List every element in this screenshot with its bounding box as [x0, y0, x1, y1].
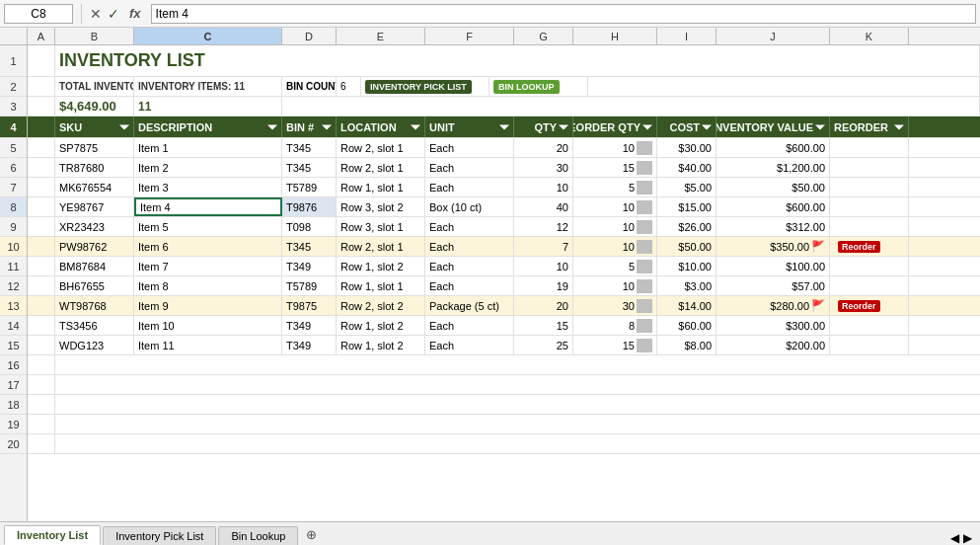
- cell-cost[interactable]: $3.00: [657, 276, 716, 295]
- confirm-icon[interactable]: ✓: [108, 6, 119, 22]
- col-header-g[interactable]: G: [514, 28, 573, 44]
- cell-bin[interactable]: T345: [282, 237, 337, 256]
- cell-qty[interactable]: 30: [514, 158, 573, 177]
- cell-bin[interactable]: T345: [282, 138, 337, 157]
- header-cost[interactable]: COST: [657, 117, 716, 137]
- cell-cost[interactable]: $26.00: [657, 217, 716, 236]
- cell-bin[interactable]: T349: [282, 257, 337, 275]
- col-header-d[interactable]: D: [282, 28, 337, 44]
- cell-reorder-qty[interactable]: 10: [573, 197, 657, 216]
- cell-unit[interactable]: Each: [425, 276, 514, 295]
- cell-cost[interactable]: $50.00: [657, 237, 716, 256]
- bin-lookup-button[interactable]: BIN LOOKUP: [493, 80, 560, 94]
- col-header-h[interactable]: H: [573, 28, 657, 44]
- filter-arrow-bin[interactable]: [322, 122, 332, 132]
- cell-unit[interactable]: Box (10 ct): [425, 197, 514, 216]
- cell-inv-value[interactable]: $600.00: [716, 197, 830, 216]
- header-bin[interactable]: BIN #: [282, 117, 337, 137]
- cell-inv-value[interactable]: $350.00 🚩: [716, 237, 830, 256]
- cell-reorder-qty[interactable]: 8: [573, 316, 657, 335]
- cell-reorder-qty[interactable]: 10: [573, 138, 657, 157]
- cell-location[interactable]: Row 2, slot 1: [337, 138, 425, 157]
- filter-arrow-inv-value[interactable]: [815, 122, 825, 132]
- cancel-icon[interactable]: ✕: [90, 6, 102, 22]
- cell-bin[interactable]: T345: [282, 158, 337, 177]
- header-qty[interactable]: QTY: [514, 117, 573, 137]
- cell-qty[interactable]: 15: [514, 316, 573, 335]
- add-sheet-button[interactable]: ⊕: [300, 524, 323, 545]
- cell-sku[interactable]: BH67655: [55, 276, 134, 295]
- col-header-b[interactable]: B: [55, 28, 134, 44]
- cell-inv-value[interactable]: $50.00: [716, 178, 830, 196]
- inventory-pick-list-button[interactable]: INVENTORY PICK LIST: [365, 80, 472, 94]
- cell-description[interactable]: Item 10: [134, 316, 282, 335]
- header-unit[interactable]: UNIT: [425, 117, 514, 137]
- cell-unit[interactable]: Each: [425, 158, 514, 177]
- cell-description[interactable]: Item 5: [134, 217, 282, 236]
- cell-bin[interactable]: T9875: [282, 296, 337, 315]
- filter-arrow-qty[interactable]: [559, 122, 568, 132]
- cell-cost[interactable]: $40.00: [657, 158, 716, 177]
- cell-location[interactable]: Row 3, slot 1: [337, 217, 425, 236]
- cell-inv-value[interactable]: $280.00 🚩: [716, 296, 830, 315]
- cell-location[interactable]: Row 1, slot 2: [337, 336, 425, 354]
- cell-sku[interactable]: BM87684: [55, 257, 134, 275]
- cell-unit[interactable]: Each: [425, 257, 514, 275]
- cell-location[interactable]: Row 1, slot 1: [337, 178, 425, 196]
- cell-location[interactable]: Row 3, slot 2: [337, 197, 425, 216]
- cell-qty[interactable]: 19: [514, 276, 573, 295]
- cell-reorder-qty[interactable]: 5: [573, 257, 657, 275]
- cell-description[interactable]: Item 6: [134, 237, 282, 256]
- cell-sku[interactable]: TS3456: [55, 316, 134, 335]
- cell-unit[interactable]: Each: [425, 138, 514, 157]
- nav-right-icon[interactable]: ▶: [963, 531, 972, 545]
- cell-bin[interactable]: T5789: [282, 178, 337, 196]
- cell-empty[interactable]: [55, 395, 980, 414]
- col-header-f[interactable]: F: [425, 28, 514, 44]
- cell-cost[interactable]: $10.00: [657, 257, 716, 275]
- cell-empty[interactable]: [55, 415, 980, 433]
- formula-input[interactable]: [151, 4, 976, 24]
- cell-sku[interactable]: MK676554: [55, 178, 134, 196]
- cell-qty[interactable]: 25: [514, 336, 573, 354]
- cell-sku[interactable]: TR87680: [55, 158, 134, 177]
- cell-cost[interactable]: $60.00: [657, 316, 716, 335]
- filter-arrow-desc[interactable]: [267, 122, 277, 132]
- cell-sku[interactable]: YE98767: [55, 197, 134, 216]
- cell-sku[interactable]: SP7875: [55, 138, 134, 157]
- cell-qty[interactable]: 20: [514, 138, 573, 157]
- cell-qty[interactable]: 20: [514, 296, 573, 315]
- cell-inv-value[interactable]: $1,200.00: [716, 158, 830, 177]
- cell-qty[interactable]: 10: [514, 178, 573, 196]
- cell-sku[interactable]: WT98768: [55, 296, 134, 315]
- header-description[interactable]: DESCRIPTION: [134, 117, 282, 137]
- cell-unit[interactable]: Package (5 ct): [425, 296, 514, 315]
- header-location[interactable]: LOCATION: [337, 117, 425, 137]
- cell-bin[interactable]: T5789: [282, 276, 337, 295]
- cell-unit[interactable]: Each: [425, 237, 514, 256]
- cell-bin[interactable]: T9876: [282, 197, 337, 216]
- cell-description[interactable]: Item 2: [134, 158, 282, 177]
- cell-location[interactable]: Row 1, slot 1: [337, 276, 425, 295]
- cell-empty[interactable]: [55, 375, 980, 394]
- col-header-c[interactable]: C: [134, 28, 282, 44]
- cell-empty[interactable]: [55, 434, 980, 453]
- cell-inv-value[interactable]: $57.00: [716, 276, 830, 295]
- cell-unit[interactable]: Each: [425, 336, 514, 354]
- filter-arrow-reorder-qty[interactable]: [642, 122, 652, 132]
- cell-description[interactable]: Item 3: [134, 178, 282, 196]
- filter-arrow-sku[interactable]: [119, 122, 129, 132]
- header-inv-value[interactable]: INVENTORY VALUE: [716, 117, 830, 137]
- header-sku[interactable]: SKU: [55, 117, 134, 137]
- col-header-i[interactable]: I: [657, 28, 716, 44]
- cell-description[interactable]: Item 4: [134, 197, 282, 216]
- cell-qty[interactable]: 10: [514, 257, 573, 275]
- cell-inv-value[interactable]: $312.00: [716, 217, 830, 236]
- cell-qty[interactable]: 12: [514, 217, 573, 236]
- cell-bin[interactable]: T349: [282, 316, 337, 335]
- cell-cost[interactable]: $15.00: [657, 197, 716, 216]
- cell-inv-value[interactable]: $600.00: [716, 138, 830, 157]
- cell-reorder-qty[interactable]: 15: [573, 158, 657, 177]
- cell-empty[interactable]: [55, 355, 980, 374]
- cell-description[interactable]: Item 7: [134, 257, 282, 275]
